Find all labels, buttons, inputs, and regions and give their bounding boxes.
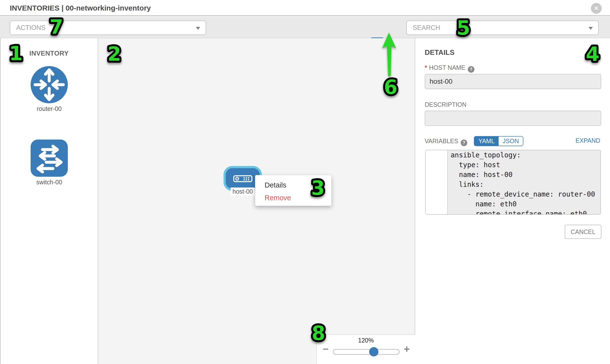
editor-line: 6 name: eth0 <box>426 199 600 209</box>
palette-item-switch[interactable]: switch-00 <box>31 140 68 186</box>
context-menu: Details Remove <box>255 175 331 206</box>
description-input[interactable] <box>425 111 601 126</box>
menu-item-details[interactable]: Details <box>255 179 331 191</box>
page-header: INVENTORIES | 00-networking-inventory ✕ <box>0 0 610 16</box>
editor-line: 5 - remote_device_name: router-00 <box>426 189 600 199</box>
palette-item-router[interactable]: router-00 <box>31 66 68 112</box>
palette-title: INVENTORY <box>29 50 69 57</box>
line-code: name: host-00 <box>448 170 513 180</box>
zoom-level: 120% <box>317 337 415 344</box>
description-label: DESCRIPTION <box>425 101 467 108</box>
editor-line: 4 links: <box>426 180 600 189</box>
chevron-down-icon <box>588 27 593 30</box>
tab-json[interactable]: JSON <box>499 137 523 146</box>
palette-item-label: switch-00 <box>31 179 68 186</box>
variables-editor[interactable]: 1 ansible_topology: 2 type: host 3 name:… <box>425 150 601 215</box>
chevron-down-icon <box>196 27 200 30</box>
host-icon <box>233 175 252 182</box>
topology-canvas[interactable]: host-00 Details Remove 120% − + <box>98 38 415 364</box>
details-panel: DETAILS *HOST NAME? host-00 DESCRIPTION … <box>416 38 610 364</box>
breadcrumb: INVENTORIES | 00-networking-inventory <box>10 0 151 16</box>
actions-dropdown-label: ACTIONS <box>16 21 46 35</box>
switch-icon <box>31 140 68 177</box>
required-marker: * <box>425 64 427 71</box>
toolbar: ACTIONS <box>0 17 610 38</box>
help-icon[interactable]: ? <box>468 66 474 73</box>
inventory-palette: INVENTORY router-00 <box>0 38 98 364</box>
editor-line: 1 ansible_topology: <box>426 150 600 160</box>
tab-yaml[interactable]: YAML <box>474 137 499 146</box>
line-code: links: <box>448 180 484 189</box>
cancel-button[interactable]: CANCEL <box>565 225 601 239</box>
details-title: DETAILS <box>425 49 454 57</box>
search-dropdown[interactable]: SEARCH <box>406 21 599 35</box>
router-icon <box>31 66 68 103</box>
zoom-control: 120% − + <box>316 335 415 364</box>
palette-item-label: router-00 <box>31 105 68 112</box>
close-icon[interactable]: ✕ <box>591 3 602 14</box>
zoom-slider[interactable] <box>333 349 400 355</box>
zoom-slider-thumb[interactable] <box>369 347 378 356</box>
variables-label: VARIABLES? <box>425 138 467 146</box>
zoom-out-button[interactable]: − <box>323 343 329 355</box>
line-code: - remote_device_name: router-00 <box>448 189 595 199</box>
host-name-input[interactable]: host-00 <box>425 74 601 89</box>
host-name-label: *HOST NAME? <box>425 64 474 73</box>
search-dropdown-label: SEARCH <box>413 21 440 35</box>
zoom-in-button[interactable]: + <box>404 343 410 355</box>
help-icon[interactable]: ? <box>461 140 467 146</box>
menu-item-remove[interactable]: Remove <box>255 191 331 204</box>
line-code: ansible_topology: <box>448 150 521 160</box>
editor-line: 7 remote_interface_name: eth0 <box>426 209 600 215</box>
editor-gutter <box>426 150 448 214</box>
editor-line: 2 type: host <box>426 160 600 170</box>
line-code: remote_interface_name: eth0 <box>448 209 587 215</box>
variables-row: VARIABLES? YAML JSON EXPAND <box>416 136 610 147</box>
expand-link[interactable]: EXPAND <box>575 137 600 144</box>
line-code: name: eth0 <box>448 199 517 209</box>
format-toggle: YAML JSON <box>474 136 523 146</box>
editor-line: 3 name: host-00 <box>426 170 600 180</box>
line-code: type: host <box>448 160 500 170</box>
actions-dropdown[interactable]: ACTIONS <box>10 21 206 35</box>
inventory-topology-screen: INVENTORIES | 00-networking-inventory ✕ … <box>0 0 610 364</box>
